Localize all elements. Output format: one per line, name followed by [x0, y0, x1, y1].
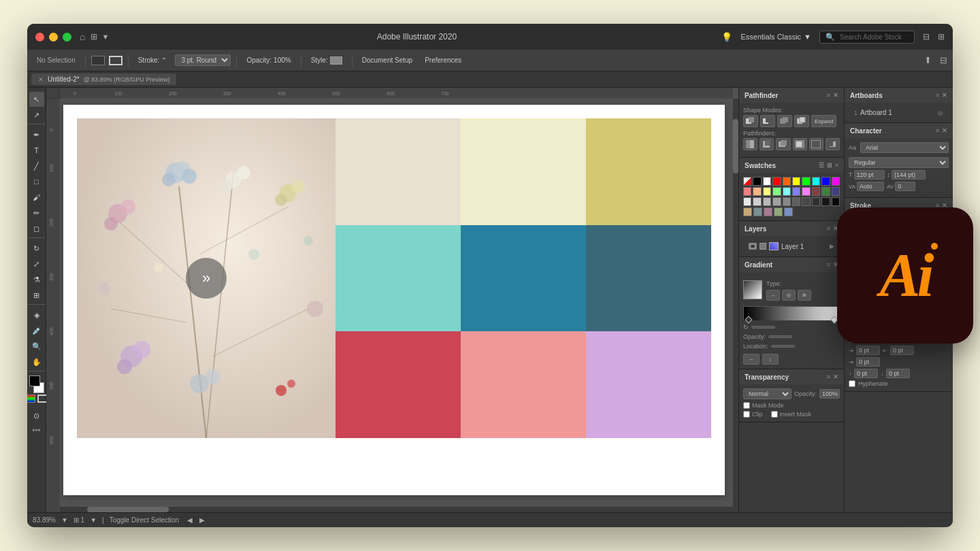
swatch-mauve[interactable]	[764, 207, 772, 216]
foreground-swatch[interactable]	[29, 375, 40, 386]
swatches-menu-icon[interactable]: ≡	[835, 162, 838, 169]
swatch-dark-red[interactable]	[812, 187, 820, 196]
radial-gradient-btn[interactable]: ◎	[782, 290, 796, 301]
stroke-swatch[interactable]	[109, 56, 122, 65]
artboards-header[interactable]: Artboards ≡ ✕	[845, 88, 953, 103]
swatch-gray3[interactable]	[763, 197, 771, 206]
color-cell-2[interactable]	[461, 118, 586, 225]
swatch-light-blue[interactable]	[792, 187, 800, 196]
gradient-bar[interactable]	[743, 306, 840, 320]
document-tab[interactable]: ✕ Untitled-2* @ 83.89% (RGB/GPU Preview)	[31, 73, 176, 85]
kerning-input[interactable]: 0	[895, 182, 915, 191]
hyphenate-checkbox[interactable]	[849, 380, 855, 387]
next-btn[interactable]: »	[186, 258, 227, 299]
layers-header[interactable]: Layers ≡ ✕	[739, 221, 844, 236]
swatch-sage[interactable]	[774, 207, 783, 216]
next-tool-icon[interactable]: ▶	[199, 516, 205, 524]
color-cell-9[interactable]	[586, 331, 711, 438]
swatches-grid-icon[interactable]: ⊞	[827, 162, 832, 169]
font-select[interactable]: Arial	[860, 142, 949, 153]
opacity-input-trans[interactable]: 100%	[819, 389, 840, 399]
unite-btn[interactable]	[743, 115, 758, 127]
swatch-tan[interactable]	[743, 207, 752, 216]
swatch-light-cyan[interactable]	[783, 187, 791, 196]
swatch-gray7[interactable]	[802, 197, 810, 206]
reverse-gradient-btn[interactable]: ↔	[743, 354, 760, 365]
swatch-black[interactable]	[753, 177, 761, 186]
swatch-light-magenta[interactable]	[802, 187, 810, 196]
para-left-indent[interactable]: 0 pt	[856, 346, 880, 355]
mesh-tool[interactable]: ⊞	[29, 288, 44, 303]
swatch-white[interactable]	[763, 177, 771, 186]
gradient-menu-icon[interactable]: ≡	[827, 261, 830, 268]
outline-btn[interactable]	[809, 138, 823, 150]
blend-mode-select[interactable]: Normal	[743, 388, 791, 399]
swatch-light-yellow[interactable]	[763, 187, 771, 196]
swatch-cornflower[interactable]	[784, 207, 793, 216]
page-nav-down[interactable]: ▼	[90, 516, 97, 524]
pathfinder-close-icon[interactable]: ✕	[833, 92, 838, 99]
layer-lock-btn[interactable]	[760, 243, 766, 250]
home-icon[interactable]: ⌂	[80, 31, 85, 42]
grid-icon[interactable]: ⊞	[91, 32, 97, 41]
swatch-gray4[interactable]	[772, 197, 781, 206]
screen-mode-btn[interactable]: ⊙	[29, 408, 44, 423]
paintbrush-tool[interactable]: 🖌	[29, 190, 44, 205]
para-right-indent[interactable]: 0 pt	[890, 346, 914, 355]
color-cell-8[interactable]	[461, 331, 586, 438]
swatch-red[interactable]	[772, 177, 781, 186]
swatch-yellow[interactable]	[792, 177, 800, 186]
character-close-icon[interactable]: ✕	[942, 127, 947, 134]
swatches-header[interactable]: Swatches ☰ ⊞ ≡	[739, 158, 844, 173]
invert-checkbox[interactable]	[771, 411, 778, 418]
mask-mode-checkbox[interactable]	[743, 402, 750, 409]
intersect-btn[interactable]	[777, 115, 792, 127]
minus-back-btn[interactable]	[826, 138, 840, 150]
eyedropper-tool[interactable]: 💉	[29, 323, 44, 338]
selection-tool[interactable]: ↖	[29, 92, 44, 107]
artboard-target-icon[interactable]: ◎	[938, 110, 943, 116]
artboards-close-icon[interactable]: ✕	[942, 92, 947, 99]
flip-gradient-btn[interactable]: ↕	[762, 354, 779, 365]
vertical-scrollbar[interactable]	[733, 99, 738, 512]
swatch-gray9[interactable]	[821, 197, 830, 206]
zoom-down-icon[interactable]: ▼	[61, 516, 68, 524]
swatch-gray5[interactable]	[783, 197, 791, 206]
swatch-green[interactable]	[802, 177, 810, 186]
horizontal-scrollbar[interactable]	[60, 507, 733, 512]
direct-selection-tool[interactable]: ↗	[29, 107, 44, 122]
clip-checkbox[interactable]	[743, 411, 750, 418]
para-space-after[interactable]: 0 pt	[886, 369, 910, 378]
rect-tool[interactable]: □	[29, 174, 44, 189]
swatch-gray1[interactable]	[743, 197, 751, 206]
swatch-slate[interactable]	[753, 207, 762, 216]
transparency-header[interactable]: Transparency ≡ ✕	[739, 369, 844, 384]
hand-tool[interactable]: ✋	[29, 354, 44, 369]
rotate-tool[interactable]: ↻	[29, 241, 44, 256]
swatch-gray2[interactable]	[753, 197, 761, 206]
transparency-menu-icon[interactable]: ≡	[827, 373, 830, 380]
swatch-cyan[interactable]	[812, 177, 820, 186]
color-cell-4[interactable]	[336, 225, 461, 332]
stroke-select[interactable]: 3 pt. Round	[175, 54, 231, 66]
swatch-light-green[interactable]	[772, 187, 781, 196]
trim-btn[interactable]	[760, 138, 774, 150]
fill-swatch[interactable]	[91, 56, 105, 65]
horizontal-scrollbar-thumb[interactable]	[87, 507, 169, 512]
prev-tool-icon[interactable]: ◀	[187, 516, 193, 524]
minus-front-btn[interactable]	[760, 115, 775, 127]
more-tools-btn[interactable]: •••	[32, 426, 41, 435]
tracking-input[interactable]: Auto	[857, 182, 884, 191]
color-cell-5[interactable]	[461, 225, 586, 332]
character-header[interactable]: Character ≡ ✕	[845, 123, 953, 138]
crop-btn[interactable]	[793, 138, 807, 150]
color-cell-3[interactable]	[586, 118, 711, 225]
vertical-scrollbar-thumb[interactable]	[733, 119, 738, 173]
pen-tool[interactable]: ✒	[29, 127, 44, 142]
para-space-before[interactable]: 0 pt	[854, 369, 878, 378]
gradient-angle-input[interactable]	[751, 326, 775, 329]
color-cell-1[interactable]	[336, 118, 461, 225]
swatch-none[interactable]	[743, 177, 751, 186]
linear-gradient-btn[interactable]: ↔	[766, 290, 780, 301]
gradient-header[interactable]: Gradient ≡ ✕	[739, 257, 844, 272]
